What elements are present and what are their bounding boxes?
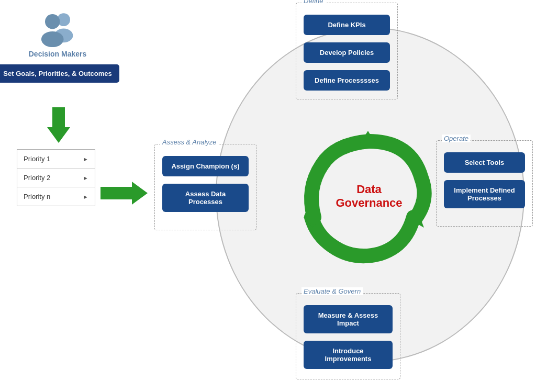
operate-section: Operate Select Tools Implement Defined P…: [436, 140, 533, 227]
evaluate-section: Evaluate & Govern Measure & Assess Impac…: [296, 293, 400, 379]
assess-label: Assess & Analyze: [160, 138, 219, 146]
priority-1-item[interactable]: Priority 1 ►: [17, 150, 95, 169]
assign-champion-button[interactable]: Assign Champion (s): [162, 156, 249, 176]
define-section: Define Define KPIs Develop Policies Defi…: [296, 3, 398, 99]
define-kpis-button[interactable]: Define KPIs: [304, 15, 390, 35]
arrow-right-container: [100, 182, 148, 205]
priority-list: Priority 1 ► Priority 2 ► Priority n ►: [17, 149, 95, 206]
arrow-down-container: [47, 107, 70, 143]
priority-2-chevron: ►: [83, 175, 88, 181]
svg-point-6: [41, 31, 64, 47]
assess-section: Assess & Analyze Assign Champion (s) Ass…: [154, 144, 256, 230]
circular-arrows-container: Data Governance: [291, 126, 448, 267]
define-label: Define: [302, 0, 326, 5]
svg-point-5: [45, 14, 60, 29]
priority-1-chevron: ►: [83, 156, 88, 162]
evaluate-label: Evaluate & Govern: [302, 287, 363, 295]
set-goals-button[interactable]: Set Goals, Priorities, & Outcomes: [0, 64, 119, 83]
priority-n-chevron: ►: [83, 194, 88, 200]
decision-makers-label: Decision Makers: [29, 50, 87, 58]
priority-1-label: Priority 1: [24, 155, 50, 163]
center-governance-label: Data Governance: [336, 183, 402, 210]
priority-2-label: Priority 2: [24, 174, 50, 182]
define-processes-button[interactable]: Define Processsses: [304, 70, 390, 91]
priority-2-item[interactable]: Priority 2 ►: [17, 169, 95, 187]
develop-policies-button[interactable]: Develop Policies: [304, 42, 390, 63]
implement-defined-processes-button[interactable]: Implement Defined Processes: [444, 180, 525, 208]
page-container: Define Define KPIs Develop Policies Defi…: [0, 0, 536, 392]
arrow-head-right: [132, 182, 148, 205]
decision-makers-section: Decision Makers Set Goals, Priorities, &…: [16, 10, 99, 83]
center-governance-text: Governance: [336, 196, 402, 210]
arrow-head-down: [47, 127, 70, 143]
measure-assess-button[interactable]: Measure & Assess Impact: [304, 305, 393, 333]
arrow-shaft-vertical: [52, 107, 65, 127]
decision-makers-icon: [37, 10, 79, 47]
select-tools-button[interactable]: Select Tools: [444, 152, 525, 173]
center-data-text: Data: [336, 183, 402, 196]
priority-n-label: Priority n: [24, 193, 50, 200]
assess-data-processes-button[interactable]: Assess Data Processes: [162, 184, 249, 212]
priority-n-item[interactable]: Priority n ►: [17, 187, 95, 206]
arrow-shaft-horizontal: [100, 187, 132, 199]
introduce-improvements-button[interactable]: Introduce Improvements: [304, 341, 393, 369]
